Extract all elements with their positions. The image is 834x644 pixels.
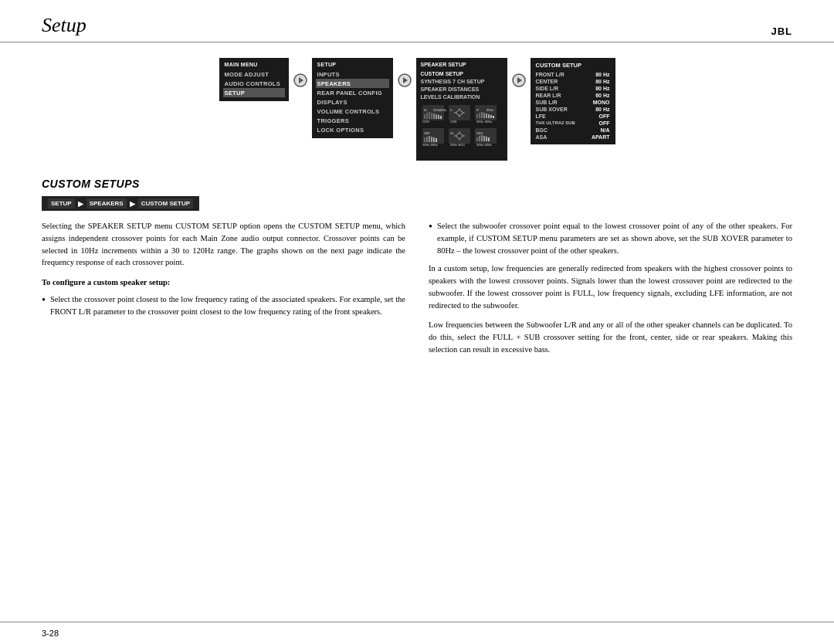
svg-text:50Hz  80Hz: 50Hz 80Hz [422, 143, 438, 147]
page-number: 3-28 [42, 629, 59, 638]
svg-text:50Hz: 50Hz [476, 120, 483, 124]
main-menu-box: MAIN MENU MODE ADJUST AUDIO CONTROLS SET… [219, 58, 289, 101]
ss-item-levels: LEVELS CALIBRATION [421, 93, 503, 100]
content-columns: Selecting the SPEAKER SETUP menu CUSTOM … [42, 220, 792, 364]
svg-text:CDS: CDS [450, 120, 457, 124]
svg-text:50Hz  80Hz: 50Hz 80Hz [476, 143, 492, 147]
ss-item-synthesis: SYNTHESIS 7 CH SETUP [421, 77, 503, 85]
speaker-setup-box: SPEAKER SETUP CUSTOM SETUP SYNTHESIS 7 C… [416, 58, 507, 161]
bullet-text-1: Select the crossover point closest to th… [50, 293, 405, 318]
svg-rect-31 [483, 113, 485, 118]
svg-text:SL: SL [450, 131, 455, 135]
svg-rect-35 [493, 116, 494, 118]
breadcrumb: SETUP ▶ SPEAKERS ▶ CUSTOM SETUP [42, 196, 199, 211]
speaker-setup-header: SPEAKER SETUP [421, 62, 503, 67]
svg-rect-44 [433, 137, 435, 142]
svg-rect-57 [476, 137, 478, 141]
cs-row-ultra2sub: THX ULTRA2 SUB OFF [536, 120, 610, 127]
setup-item-speakers: SPEAKERS [316, 79, 389, 88]
cs-row-rear: REAR L/R 60 Hz [536, 92, 610, 99]
svg-rect-32 [486, 114, 487, 118]
page-container: Setup JBL MAIN MENU MODE ADJUST AUDIO CO… [0, 0, 834, 644]
svg-rect-43 [431, 137, 432, 142]
svg-rect-40 [424, 137, 425, 142]
svg-rect-15 [440, 116, 442, 119]
section-heading: CUSTOM SETUPS [42, 178, 792, 190]
bullet-item-2: • Select the subwoofer crossover point e… [429, 220, 792, 256]
setup-item-displays: DISPLAYS [317, 97, 388, 107]
menu-item-setup: SETUP [223, 88, 285, 97]
svg-rect-12 [433, 114, 435, 119]
cs-row-asa: ASA APART [536, 134, 610, 141]
svg-text:SDO: SDO [476, 131, 483, 135]
bc-arrow-2: ▶ [130, 200, 135, 208]
body-paragraph1: Selecting the SPEAKER SETUP menu CUSTOM … [42, 220, 405, 269]
col-left: Selecting the SPEAKER SETUP menu CUSTOM … [42, 220, 405, 364]
arrow-1 [289, 73, 312, 87]
menu-item-mode: MODE ADJUST [225, 69, 283, 79]
ss-item-custom: CUSTOM SETUP [421, 69, 503, 77]
cs-row-sub: SUB L/R MONO [536, 99, 610, 106]
svg-rect-41 [426, 137, 428, 142]
page-header: Setup JBL [0, 0, 834, 42]
bold-label: To configure a custom speaker setup: [42, 276, 405, 289]
svg-rect-17 [449, 105, 470, 120]
cs-row-side: SIDE L/R 80 Hz [536, 85, 610, 92]
bullet-text-2: Select the subwoofer crossover point equ… [437, 220, 792, 256]
bullet-symbol-1: • [42, 293, 46, 318]
cs-row-center: CENTER 80 Hz [536, 78, 610, 85]
svg-text:SBF: SBF [424, 131, 431, 135]
bc-setup: SETUP [48, 198, 75, 208]
bc-speakers: SPEAKERS [86, 198, 127, 208]
svg-text:80Hz: 80Hz [485, 120, 492, 124]
svg-rect-61 [486, 137, 487, 141]
svg-rect-62 [488, 137, 490, 141]
svg-rect-29 [479, 113, 480, 118]
page-title: Setup [42, 14, 86, 37]
svg-text:80Hz: 80Hz [439, 108, 446, 112]
svg-rect-60 [483, 136, 485, 141]
custom-setup-box: CUSTOM SETUP FRONT L/R 80 Hz CENTER 80 H… [531, 58, 615, 144]
main-content: MAIN MENU MODE ADJUST AUDIO CONTROLS SET… [0, 42, 834, 376]
cs-row-lfe: LFE OFF [536, 113, 610, 120]
speaker-diagram-area: 0L 50Hz 80Hz CDO [421, 103, 503, 157]
svg-rect-9 [426, 113, 428, 119]
col-right: • Select the subwoofer crossover point e… [429, 220, 792, 364]
svg-text:CDO: CDO [422, 120, 429, 124]
svg-rect-14 [438, 115, 439, 119]
brand-label: JBL [771, 25, 792, 37]
arrow-3 [507, 73, 531, 87]
menu-diagrams: MAIN MENU MODE ADJUST AUDIO CONTROLS SET… [42, 58, 792, 161]
bc-arrow-1: ▶ [78, 200, 83, 208]
body-paragraph3: Low frequencies between the Subwoofer L/… [429, 319, 792, 355]
custom-setup-header: CUSTOM SETUP [536, 62, 610, 69]
ss-item-distances: SPEAKER DISTANCES [421, 85, 503, 93]
bc-custom-setup: CUSTOM SETUP [138, 198, 193, 208]
svg-rect-10 [429, 112, 430, 119]
page-footer: 3-28 [0, 622, 834, 644]
main-menu-header: MAIN MENU [225, 62, 283, 67]
bullet-item-1: • Select the crossover point closest to … [42, 293, 405, 318]
bullet-symbol-2: • [429, 220, 432, 256]
svg-text:50Hz  N/11: 50Hz N/11 [450, 143, 466, 147]
svg-rect-11 [431, 113, 432, 119]
menu-item-audio: AUDIO CONTROLS [225, 79, 283, 88]
body-paragraph2: In a custom setup, low frequencies are g… [429, 263, 792, 311]
setup-item-volume: VOLUME CONTROLS [317, 107, 388, 116]
svg-rect-30 [481, 112, 483, 118]
svg-rect-33 [488, 114, 490, 118]
arrow-2 [393, 73, 416, 87]
cs-row-front: FRONT L/R 80 Hz [536, 71, 610, 78]
svg-text:80Hz: 80Hz [486, 108, 493, 112]
svg-text:R: R [476, 108, 479, 112]
svg-rect-47 [449, 128, 470, 144]
setup-item-lock: LOCK OPTIONS [317, 125, 388, 134]
svg-rect-58 [479, 136, 480, 141]
cs-row-bgc: BGC N/A [536, 127, 610, 134]
setup-menu-box: SETUP INPUTS SPEAKERS REAR PANEL CONFIG … [312, 58, 393, 138]
setup-item-rear: REAR PANEL CONFIG [317, 88, 388, 97]
setup-menu-header: SETUP [317, 62, 388, 67]
setup-item-triggers: TRIGGERS [317, 116, 388, 125]
cs-row-subxover: SUB XOVER 80 Hz [536, 106, 610, 113]
svg-rect-34 [490, 115, 492, 118]
